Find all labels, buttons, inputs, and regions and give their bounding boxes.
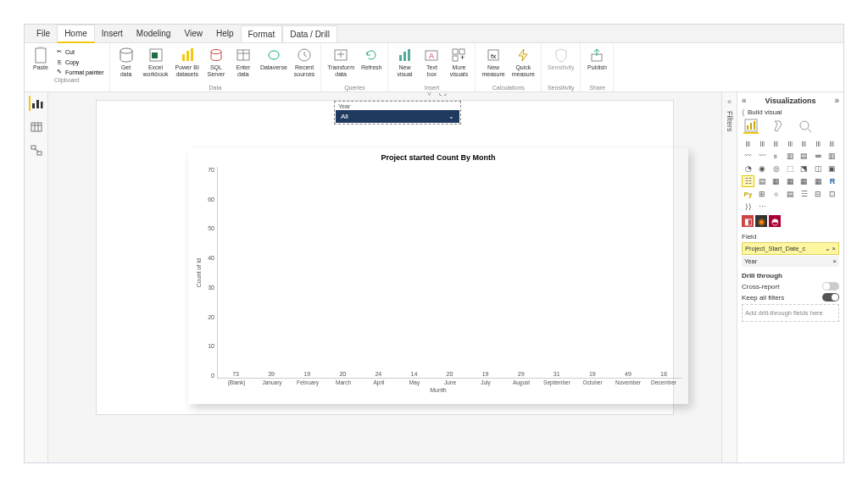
viz-type-icon[interactable]: ☷	[742, 175, 754, 187]
keep-filters-toggle[interactable]	[822, 293, 839, 302]
svg-text:A: A	[429, 52, 434, 60]
viz-custom-3[interactable]: ◓	[769, 215, 781, 227]
viz-type-icon[interactable]: ▦	[812, 175, 825, 187]
viz-type-icon[interactable]: ⫼	[770, 137, 782, 149]
filter-icon[interactable]: ▽	[424, 92, 434, 97]
excel-button[interactable]: Excel workbook	[141, 45, 171, 79]
new-measure-button[interactable]: fxNew measure	[479, 45, 507, 79]
tab-help[interactable]: Help	[209, 25, 241, 42]
viz-type-icon[interactable]: ⫼	[742, 137, 754, 149]
filters-pane[interactable]: « Filters	[721, 92, 737, 462]
svg-point-2	[120, 48, 132, 53]
format-painter-button[interactable]: ✎Format painter	[53, 67, 106, 77]
field-well[interactable]: Project_Start_Date_c ⌄×	[742, 242, 839, 255]
viz-type-icon[interactable]: ⩸	[812, 150, 825, 162]
viz-type-icon[interactable]: ⟐	[770, 188, 782, 200]
x-axis: (Blank)JanuaryFebruaryMarchAprilMayJuneJ…	[219, 379, 682, 385]
viz-type-icon[interactable]: ⩬	[770, 150, 782, 162]
viz-custom-2[interactable]: ◉	[755, 215, 767, 227]
viz-type-icon[interactable]: Py	[742, 188, 754, 200]
viz-type-icon[interactable]: ⊞	[756, 188, 769, 200]
nav-data[interactable]	[29, 119, 44, 135]
viz-type-icon[interactable]: ▦	[770, 175, 782, 187]
viz-type-icon[interactable]: ⊡	[826, 188, 838, 200]
report-canvas[interactable]: ▽ ⛶ ⋯ Year All ⌄ Project started Count B…	[48, 92, 721, 462]
viz-type-icon[interactable]: ☲	[798, 188, 810, 200]
viz-type-icon[interactable]: ▤	[784, 188, 797, 200]
viz-type-icon[interactable]: 〰	[756, 150, 769, 162]
cross-report-toggle[interactable]	[822, 282, 839, 291]
slicer-visual[interactable]: ▽ ⛶ ⋯ Year All ⌄	[334, 101, 461, 125]
paste-button[interactable]: Paste	[28, 45, 53, 77]
ribbon: Paste ✂Cut ⎘Copy ✎Format painter Clipboa…	[25, 43, 843, 92]
remove-field-icon[interactable]: ×	[832, 245, 836, 252]
drill-fields-drop[interactable]: Add drill-through fields here	[742, 304, 839, 322]
viz-type-icon[interactable]: ⫼	[798, 137, 810, 149]
viz-pane-title: Visualizations	[765, 97, 816, 105]
nav-model[interactable]	[29, 143, 44, 158]
viz-type-icon[interactable]: ⊟	[812, 188, 825, 200]
format-tab-icon[interactable]	[771, 119, 786, 134]
tab-modeling[interactable]: Modeling	[130, 25, 178, 42]
back-icon[interactable]: ⟨	[742, 108, 745, 117]
remove-field-icon[interactable]: ×	[833, 257, 837, 265]
new-visual-button[interactable]: New visual	[392, 45, 417, 79]
viz-type-icon[interactable]: ▤	[798, 150, 810, 162]
focus-icon[interactable]: ⛶	[437, 92, 448, 97]
viz-type-icon[interactable]: ▦	[798, 175, 810, 187]
slicer-dropdown[interactable]: All ⌄	[336, 110, 459, 123]
more-icon[interactable]: ⋯	[451, 92, 461, 97]
viz-type-icon[interactable]: ◉	[756, 163, 769, 174]
analytics-tab-icon[interactable]	[798, 119, 813, 134]
viz-type-icon[interactable]: ⫼	[784, 137, 797, 149]
viz-type-icon[interactable]: ◫	[812, 163, 825, 174]
viz-type-icon[interactable]: ▥	[784, 150, 797, 162]
viz-type-icon[interactable]: ▦	[784, 175, 797, 187]
viz-type-icon[interactable]: ◎	[770, 163, 782, 174]
viz-type-icon[interactable]: R	[826, 175, 838, 187]
textbox-button[interactable]: AText box	[419, 45, 444, 79]
viz-type-icon[interactable]: ▤	[756, 175, 769, 187]
viz-type-icon[interactable]: ⟩⟩	[742, 201, 754, 213]
cut-button[interactable]: ✂Cut	[53, 47, 106, 57]
viz-type-icon[interactable]: ⬚	[784, 163, 797, 174]
enter-data-button[interactable]: Enter data	[231, 45, 256, 79]
pbi-datasets-button[interactable]: Power BI datasets	[173, 45, 202, 79]
expand-right-icon[interactable]: »	[834, 96, 839, 105]
tab-file[interactable]: File	[30, 25, 57, 42]
viz-type-icon[interactable]: ⬔	[798, 163, 810, 174]
viz-custom-1[interactable]: ◧	[742, 215, 754, 227]
sensitivity-button[interactable]: Sensitivity	[545, 45, 577, 73]
table-icon	[235, 47, 252, 64]
viz-type-icon[interactable]: ⋯	[756, 201, 769, 213]
tab-home[interactable]: Home	[57, 25, 95, 43]
dataverse-button[interactable]: Dataverse	[258, 45, 290, 73]
field-hierarchy-item[interactable]: Year ×	[742, 256, 839, 267]
more-visuals-button[interactable]: +More visuals	[446, 45, 471, 79]
viz-type-icon[interactable]: ▣	[826, 163, 838, 174]
tab-format[interactable]: Format	[241, 25, 283, 42]
viz-type-icon[interactable]: ⫼	[812, 137, 825, 149]
quick-measure-button[interactable]: Quick measure	[509, 45, 537, 79]
sql-button[interactable]: SQL Server	[203, 45, 229, 79]
tab-insert[interactable]: Insert	[95, 25, 130, 42]
viz-type-icon[interactable]: ⫼	[826, 137, 838, 149]
viz-type-icon[interactable]: 〰	[742, 150, 754, 162]
transform-data-button[interactable]: Transform data	[325, 45, 357, 79]
viz-type-icon[interactable]: ⫼	[756, 137, 769, 149]
viz-type-icon[interactable]: ▥	[826, 150, 838, 162]
get-data-button[interactable]: Get data	[114, 45, 139, 79]
viz-type-icon[interactable]: ◔	[742, 163, 754, 174]
recent-sources-button[interactable]: Recent sources	[292, 45, 318, 79]
nav-report[interactable]	[29, 96, 44, 111]
build-tab-icon[interactable]	[743, 119, 759, 134]
chart-visual[interactable]: Project started Count By Month Count of …	[188, 148, 688, 404]
publish-button[interactable]: Publish	[584, 45, 609, 73]
refresh-button[interactable]: Refresh	[359, 45, 385, 73]
tab-data-drill[interactable]: Data / Drill	[282, 25, 337, 42]
svg-point-8	[211, 50, 221, 54]
svg-rect-26	[32, 103, 35, 108]
copy-button[interactable]: ⎘Copy	[53, 57, 106, 67]
collapse-left-icon[interactable]: «	[742, 96, 747, 105]
tab-view[interactable]: View	[177, 25, 209, 42]
